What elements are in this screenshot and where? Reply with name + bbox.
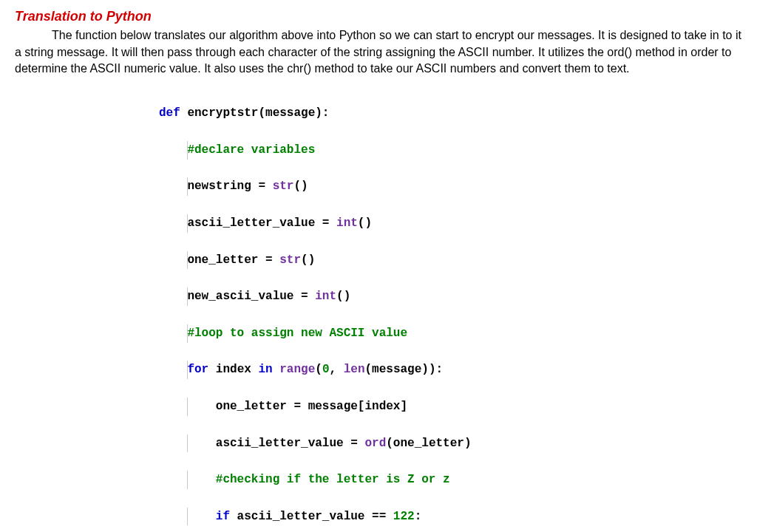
code-text: index [208, 363, 258, 376]
code-text: () [336, 290, 350, 303]
builtin-len: len [344, 363, 365, 376]
code-text: ascii_letter_value = [159, 216, 336, 230]
code-text: ( [315, 363, 322, 376]
code-line: new_ascii_value = int() [159, 287, 742, 306]
comment: #loop to assign new ASCII value [159, 327, 407, 340]
function-signature: encryptstr(message): [180, 106, 330, 120]
code-line: newstring = str() [159, 177, 742, 196]
python-code-block: def encryptstr(message): #declare variab… [159, 86, 742, 532]
builtin-int: int [336, 216, 358, 230]
code-line: for index in range(0, len(message)): [159, 361, 742, 379]
keyword-for: for [159, 363, 208, 376]
code-line: one_letter = str() [159, 251, 742, 270]
builtin-ord: ord [364, 437, 386, 450]
code-line: ascii_letter_value = int() [159, 214, 742, 233]
code-text: () [293, 180, 308, 193]
code-text: new_ascii_value = [159, 290, 315, 303]
code-text: () [358, 216, 372, 230]
code-line: #declare variables [159, 141, 742, 160]
builtin-str: str [273, 180, 294, 193]
code-line: ascii_letter_value = ord(one_letter) [159, 434, 742, 453]
code-text: (message)): [365, 363, 444, 376]
code-text: , [329, 363, 343, 376]
code-text: ascii_letter_value == [230, 510, 393, 523]
comment: #declare variables [159, 143, 315, 157]
number-literal: 122 [393, 510, 415, 523]
keyword-def: def [159, 106, 180, 120]
code-text [273, 363, 280, 376]
builtin-range: range [279, 363, 315, 376]
code-line: def encryptstr(message): [159, 104, 742, 123]
code-text: newstring = [159, 180, 273, 193]
code-text: (one_letter) [386, 437, 471, 450]
keyword-if: if [159, 510, 230, 523]
keyword-in: in [258, 363, 272, 376]
code-line: #loop to assign new ASCII value [159, 324, 742, 343]
section-heading: Translation to Python [15, 7, 742, 26]
builtin-int: int [315, 290, 336, 303]
code-line: if ascii_letter_value == 122: [159, 508, 742, 526]
builtin-str: str [279, 253, 301, 267]
comment: #checking if the letter is Z or z [159, 473, 450, 486]
code-text: ascii_letter_value = [159, 437, 364, 450]
code-line: one_letter = message[index] [159, 398, 742, 416]
code-text: one_letter = message[index] [159, 400, 407, 413]
code-text: : [415, 510, 422, 523]
code-line: #checking if the letter is Z or z [159, 471, 742, 489]
description-paragraph: The function below translates our algori… [15, 27, 742, 77]
description-text: The function below translates our algori… [15, 29, 741, 75]
code-text: one_letter = [159, 253, 279, 267]
code-text: () [301, 253, 315, 267]
